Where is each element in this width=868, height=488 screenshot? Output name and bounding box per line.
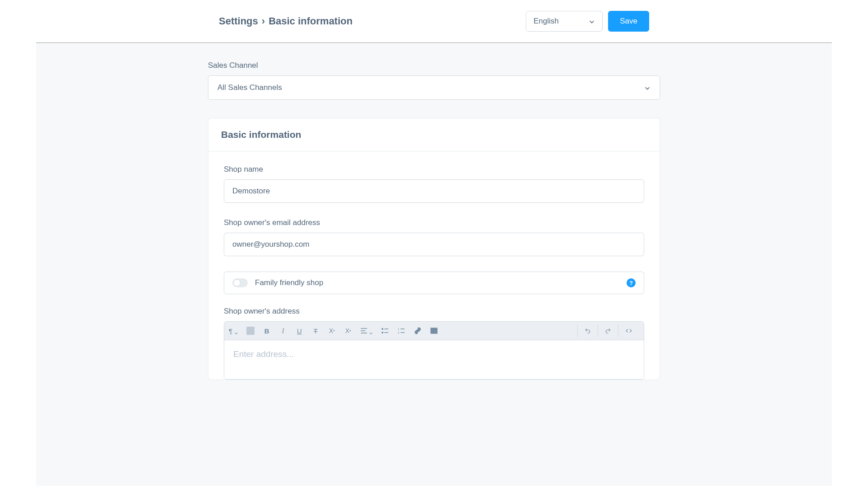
shop-name-input[interactable] — [224, 179, 644, 203]
align-button[interactable] — [360, 326, 373, 335]
expand-icon — [246, 327, 255, 335]
subscript-button[interactable]: X• — [344, 326, 352, 335]
svg-text:2: 2 — [398, 331, 400, 334]
superscript-button[interactable]: X• — [328, 326, 336, 335]
address-editor: ¶ B I U T X• X• — [224, 321, 644, 380]
language-select-value: English — [533, 17, 559, 26]
undo-button[interactable] — [577, 324, 598, 337]
toggle-knob — [233, 279, 241, 286]
table-button[interactable] — [430, 326, 438, 335]
basic-info-card: Basic information Shop name Shop owner's… — [208, 118, 660, 380]
chevron-down-icon — [234, 329, 238, 333]
sales-channel-select[interactable]: All Sales Channels — [208, 75, 660, 100]
svg-point-3 — [382, 328, 383, 330]
address-placeholder: Enter address... — [233, 349, 294, 359]
ordered-list-button[interactable]: 12 — [397, 326, 406, 335]
card-title: Basic information — [221, 129, 647, 140]
breadcrumb-separator: › — [262, 15, 265, 27]
link-button[interactable] — [414, 326, 422, 335]
chevron-down-icon — [589, 18, 595, 24]
family-friendly-row: Family friendly shop ? — [224, 272, 644, 294]
sales-channel-value: All Sales Channels — [217, 83, 282, 92]
owner-email-input[interactable] — [224, 233, 644, 256]
code-view-button[interactable] — [618, 324, 639, 337]
svg-text:1: 1 — [398, 328, 400, 330]
unordered-list-button[interactable] — [381, 326, 389, 335]
underline-button[interactable]: U — [295, 326, 303, 335]
owner-address-label: Shop owner's address — [224, 307, 644, 316]
chevron-down-icon — [644, 84, 651, 91]
italic-button[interactable]: I — [279, 326, 287, 335]
save-button[interactable]: Save — [608, 11, 649, 32]
family-friendly-label: Family friendly shop — [255, 278, 323, 287]
paragraph-format-button[interactable]: ¶ — [229, 326, 238, 335]
svg-point-5 — [382, 332, 383, 333]
bold-button[interactable]: B — [263, 326, 271, 335]
chevron-down-icon — [369, 329, 373, 333]
redo-button[interactable] — [598, 324, 618, 337]
fullscreen-button[interactable] — [246, 326, 255, 335]
sales-channel-label: Sales Channel — [208, 61, 660, 70]
shop-name-label: Shop name — [224, 165, 644, 174]
breadcrumb-parent[interactable]: Settings — [219, 15, 258, 27]
help-icon[interactable]: ? — [627, 278, 636, 287]
strikethrough-button[interactable]: T — [311, 326, 320, 335]
address-textarea[interactable]: Enter address... — [224, 340, 644, 379]
editor-toolbar: ¶ B I U T X• X• — [224, 322, 644, 340]
family-friendly-toggle[interactable] — [232, 278, 248, 287]
owner-email-label: Shop owner's email address — [224, 218, 644, 227]
breadcrumb: Settings › Basic information — [219, 15, 353, 27]
language-select[interactable]: English — [526, 11, 603, 32]
breadcrumb-current: Basic information — [269, 15, 353, 27]
